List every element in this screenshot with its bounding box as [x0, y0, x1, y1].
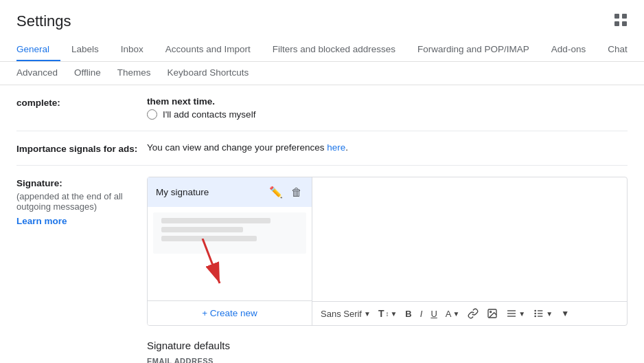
settings-section: complete: them next time. I'll add conta… — [0, 85, 644, 363]
image-icon — [487, 308, 498, 319]
svg-point-15 — [535, 313, 536, 314]
svg-rect-0 — [614, 14, 619, 19]
create-new-button[interactable]: + Create new — [148, 300, 312, 325]
signature-toolbar: Sans Serif ▼ T↕ ▼ B I U — [312, 301, 627, 325]
complete-row: complete: them next time. I'll add conta… — [16, 85, 628, 131]
tab-forwarding[interactable]: Forwarding and POP/IMAP — [406, 38, 540, 61]
signature-area: My signature ✏️ 🗑 — [147, 177, 628, 326]
svg-point-14 — [535, 310, 536, 311]
more-icon: ▼ — [561, 309, 569, 318]
font-dropdown-icon: ▼ — [364, 310, 371, 318]
arrow-annotation — [148, 259, 312, 300]
font-size-button[interactable]: T↕ ▼ — [375, 306, 400, 321]
font-size-icon: T — [378, 308, 384, 319]
add-contacts-radio-option: I'll add contacts myself — [147, 109, 628, 120]
signature-defaults-title: Signature defaults — [147, 340, 628, 351]
importance-content: You can view and change your preferences… — [147, 142, 628, 153]
signature-defaults-section: Signature defaults EMAIL ADDRESS — [147, 340, 628, 363]
font-family-label: Sans Serif — [321, 309, 362, 319]
tab-addons[interactable]: Add-ons — [540, 38, 597, 61]
importance-period: . — [345, 142, 348, 153]
font-size-dropdown-icon: ▼ — [390, 310, 397, 318]
signature-item-actions: ✏️ 🗑 — [268, 184, 303, 200]
list-icon — [533, 308, 544, 319]
align-button[interactable]: ▼ — [503, 306, 529, 321]
signature-item-name: My signature — [156, 187, 209, 197]
more-options-button[interactable]: ▼ — [557, 307, 573, 320]
primary-tabs: General Labels Inbox Accounts and Import… — [16, 38, 628, 61]
font-size-sub-icon: ↕ — [385, 310, 389, 318]
link-icon — [468, 308, 479, 319]
tab-filters[interactable]: Filters and blocked addresses — [262, 38, 406, 61]
importance-label: Importance signals for ads: — [16, 142, 147, 154]
svg-rect-2 — [614, 21, 619, 26]
bold-button[interactable]: B — [402, 307, 415, 321]
importance-row: Importance signals for ads: You can view… — [16, 131, 628, 166]
add-contacts-label: I'll add contacts myself — [163, 109, 255, 120]
tab-accounts[interactable]: Accounts and Import — [154, 38, 262, 61]
signature-editor-body[interactable] — [312, 177, 627, 301]
align-icon — [506, 308, 517, 319]
svg-point-16 — [535, 316, 536, 316]
grid-icon[interactable] — [614, 13, 628, 30]
tab-chat[interactable]: Chat and Meet — [597, 38, 628, 61]
font-family-button[interactable]: Sans Serif ▼ — [318, 307, 373, 320]
settings-content-area: complete: them next time. I'll add conta… — [0, 85, 644, 363]
importance-link[interactable]: here — [327, 142, 345, 153]
text-color-button[interactable]: A ▼ — [442, 307, 463, 321]
signature-sub-text: (appended at the end of all outgoing mes… — [16, 191, 147, 212]
edit-signature-button[interactable]: ✏️ — [268, 184, 284, 200]
add-contacts-radio[interactable] — [147, 109, 157, 120]
tab-general[interactable]: General — [16, 38, 60, 61]
link-button[interactable] — [464, 306, 482, 321]
text-color-dropdown-icon: ▼ — [452, 310, 459, 318]
list-dropdown-icon: ▼ — [546, 310, 553, 318]
page-title: Settings — [16, 12, 71, 30]
italic-button[interactable]: I — [417, 307, 426, 321]
tab-labels[interactable]: Labels — [60, 38, 110, 61]
signature-item[interactable]: My signature ✏️ 🗑 — [148, 177, 312, 207]
svg-rect-1 — [622, 14, 627, 19]
email-address-label: EMAIL ADDRESS — [147, 357, 628, 363]
tab-inbox[interactable]: Inbox — [110, 38, 154, 61]
tab-themes[interactable]: Themes — [109, 62, 159, 85]
arrow-svg — [168, 239, 251, 294]
text-color-icon: A — [446, 309, 452, 319]
align-dropdown-icon: ▼ — [518, 310, 525, 318]
list-button[interactable]: ▼ — [530, 306, 556, 321]
underline-button[interactable]: U — [427, 307, 440, 321]
secondary-tabs: Advanced Offline Themes Keyboard Shortcu… — [0, 62, 644, 85]
learn-more-link[interactable]: Learn more — [16, 216, 147, 226]
svg-line-5 — [203, 239, 220, 283]
settings-page: Settings General Labels Inbox Accounts a… — [0, 0, 644, 363]
complete-content: them next time. I'll add contacts myself — [147, 96, 628, 120]
signature-content: My signature ✏️ 🗑 — [147, 177, 628, 363]
tab-offline[interactable]: Offline — [66, 62, 109, 85]
signature-label: Signature: (appended at the end of all o… — [16, 177, 147, 226]
tab-advanced[interactable]: Advanced — [16, 62, 66, 85]
signature-label-text: Signature: — [16, 178, 147, 188]
svg-rect-3 — [622, 21, 627, 26]
delete-signature-button[interactable]: 🗑 — [290, 185, 303, 200]
signature-row: Signature: (appended at the end of all o… — [16, 166, 628, 363]
complete-text: them next time. — [147, 96, 628, 107]
settings-header: Settings General Labels Inbox Accounts a… — [0, 0, 644, 62]
image-button[interactable] — [483, 306, 501, 321]
tab-keyboard-shortcuts[interactable]: Keyboard Shortcuts — [159, 62, 257, 85]
signature-editor: Sans Serif ▼ T↕ ▼ B I U — [312, 177, 627, 325]
importance-text: You can view and change your preferences — [147, 142, 327, 153]
complete-label: complete: — [16, 96, 147, 108]
settings-title: Settings — [16, 12, 628, 30]
signature-list: My signature ✏️ 🗑 — [148, 177, 312, 325]
svg-point-7 — [490, 311, 492, 313]
